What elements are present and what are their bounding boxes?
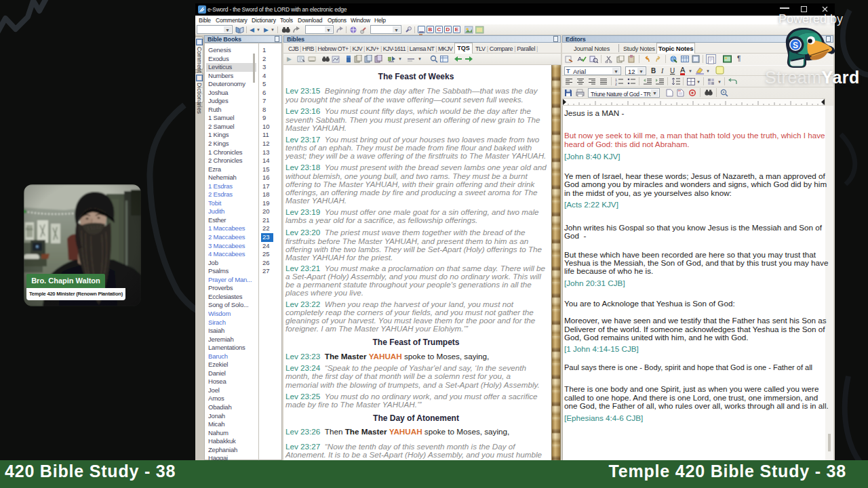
svg-text:2: 2 <box>615 82 617 85</box>
svg-text:S: S <box>793 41 798 50</box>
